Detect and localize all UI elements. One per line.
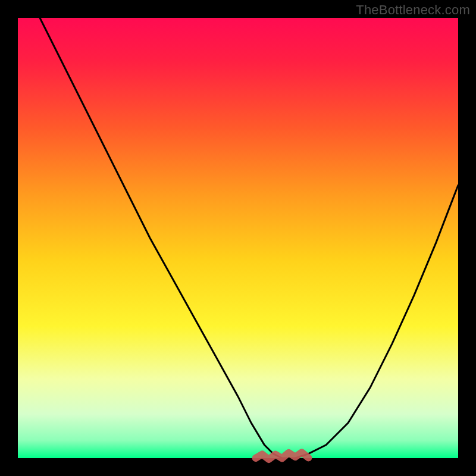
chart-svg [0, 0, 476, 476]
watermark-text: TheBottleneck.com [356, 2, 470, 18]
chart-frame: TheBottleneck.com [0, 0, 476, 476]
plot-area [18, 18, 458, 458]
